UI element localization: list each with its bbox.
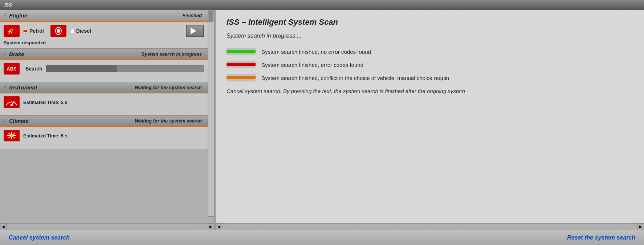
- svg-point-12: [10, 134, 13, 137]
- reset-system-search-link[interactable]: Reset the system search: [567, 234, 635, 241]
- diesel-label: Diesel: [76, 28, 91, 34]
- petrol-label: Petrol: [29, 28, 44, 34]
- brake-section: ✓ Brake System search in progress ABS Se…: [0, 49, 208, 82]
- petrol-radio-group[interactable]: Petrol: [23, 28, 44, 34]
- svg-marker-3: [191, 28, 196, 34]
- right-panel: ISS – Intelligent System Scan System sea…: [216, 10, 644, 230]
- brake-abs-row: ABS Search: [4, 63, 204, 75]
- engine-check: ✓: [3, 13, 7, 18]
- svg-point-2: [57, 29, 60, 33]
- instrument-estimated-time: Estimated Time: 5 s: [23, 100, 68, 105]
- diesel-icon: [50, 25, 66, 37]
- engine-section-header: ✓ Engine Finished: [0, 10, 208, 22]
- svg-point-6: [11, 104, 13, 106]
- left-scrollbar-thumb[interactable]: [208, 11, 213, 22]
- title-bar: ISS: [0, 0, 644, 10]
- abs-icon: ABS: [4, 63, 20, 75]
- legend-bar-color-green: [227, 50, 256, 53]
- left-hscroll-right-btn[interactable]: ▶: [208, 224, 214, 230]
- app-title: ISS: [4, 2, 12, 8]
- left-hscroll-left-btn[interactable]: ◀: [0, 224, 7, 230]
- climate-section-status: Waiting for the system search: [135, 118, 202, 124]
- climate-section-name: Climate: [9, 118, 135, 124]
- engine-section-status: Finished: [183, 13, 202, 18]
- search-label: Search: [25, 66, 42, 72]
- engine-fuel-row: ⚡ Petrol: [4, 25, 204, 37]
- instrument-row: Estimated Time: 5 s: [4, 96, 204, 108]
- legend-text-green: System search finished, no error codes f…: [261, 49, 371, 55]
- instrument-section-status: Waiting for the system search: [135, 85, 202, 90]
- legend-bar-red: [227, 61, 256, 68]
- diesel-radio[interactable]: [70, 29, 75, 33]
- brake-section-body: ABS Search: [0, 60, 208, 82]
- left-horizontal-scrollbar: ◀ ▶: [0, 223, 214, 230]
- left-panel: ✓ Engine Finished ⚡: [0, 10, 214, 230]
- climate-row: Estimated Time: 5 s: [4, 130, 204, 141]
- cancel-system-search-link[interactable]: Cancel system search: [9, 234, 70, 241]
- legend-bar-color-orange: [227, 76, 256, 79]
- instrument-icon: [4, 96, 20, 108]
- forward-button[interactable]: [186, 25, 204, 37]
- engine-section: ✓ Engine Finished ⚡: [0, 10, 208, 49]
- right-content: ISS – Intelligent System Scan System sea…: [216, 10, 644, 223]
- cancel-note: Cancel system search: By pressing the te…: [227, 87, 553, 96]
- left-hscroll-track[interactable]: [7, 224, 208, 230]
- petrol-icon: ⚡: [4, 25, 20, 37]
- legend-text-orange: System search finished, conflict in the …: [261, 75, 449, 81]
- petrol-radio[interactable]: [23, 29, 28, 33]
- instrument-section-body: Estimated Time: 5 s: [0, 93, 208, 115]
- instrument-check: ✓: [3, 85, 7, 90]
- legend-bar-green: [227, 48, 256, 55]
- iss-title: ISS – Intelligent System Scan: [227, 17, 633, 27]
- climate-section-body: Estimated Time: 5 s: [0, 127, 208, 149]
- system-responded: System responded: [4, 40, 46, 45]
- diesel-radio-group[interactable]: Diesel: [70, 28, 91, 34]
- instrument-section-header: ✓ Instrument Waiting for the system sear…: [0, 82, 208, 93]
- right-hscroll-right-btn[interactable]: ▶: [637, 224, 644, 230]
- system-search-progress: System search in progress ...: [227, 33, 633, 39]
- climate-section: ✓ Climate Waiting for the system search: [0, 116, 208, 149]
- engine-section-body: ⚡ Petrol: [0, 22, 208, 48]
- main-area: ✓ Engine Finished ⚡: [0, 10, 644, 230]
- legend-bar-color-red: [227, 63, 256, 66]
- bottom-bar: Cancel system search Reset the system se…: [0, 230, 644, 245]
- engine-row-bottom: System responded: [4, 39, 204, 45]
- legend-item-red: System search finished, error codes foun…: [227, 61, 633, 68]
- legend-bar-orange: [227, 74, 256, 81]
- climate-check: ✓: [3, 118, 7, 124]
- right-horizontal-scrollbar: ◀ ▶: [216, 223, 644, 230]
- left-scroll-area: ✓ Engine Finished ⚡: [0, 10, 214, 223]
- abs-label: ABS: [7, 66, 16, 72]
- progress-bar-fill: [46, 65, 117, 72]
- climate-section-header: ✓ Climate Waiting for the system search: [0, 116, 208, 127]
- engine-section-name: Engine: [9, 12, 183, 19]
- instrument-section: ✓ Instrument Waiting for the system sear…: [0, 82, 208, 116]
- brake-section-header: ✓ Brake System search in progress: [0, 49, 208, 60]
- climate-estimated-time: Estimated Time: 5 s: [23, 133, 68, 138]
- search-progress-bar: [46, 65, 204, 72]
- brake-check: ✓: [3, 51, 7, 57]
- brake-section-name: Brake: [9, 51, 142, 57]
- legend-text-red: System search finished, error codes foun…: [261, 62, 363, 68]
- right-hscroll-track[interactable]: [222, 224, 637, 230]
- left-content: ✓ Engine Finished ⚡: [0, 10, 214, 223]
- climate-icon: [4, 130, 20, 141]
- brake-section-status: System search in progress: [142, 51, 202, 57]
- legend-item-orange: System search finished, conflict in the …: [227, 74, 633, 81]
- right-hscroll-left-btn[interactable]: ◀: [216, 224, 222, 230]
- legend-item-green: System search finished, no error codes f…: [227, 48, 633, 55]
- left-vertical-scrollbar[interactable]: [208, 10, 214, 217]
- instrument-section-name: Instrument: [9, 84, 135, 91]
